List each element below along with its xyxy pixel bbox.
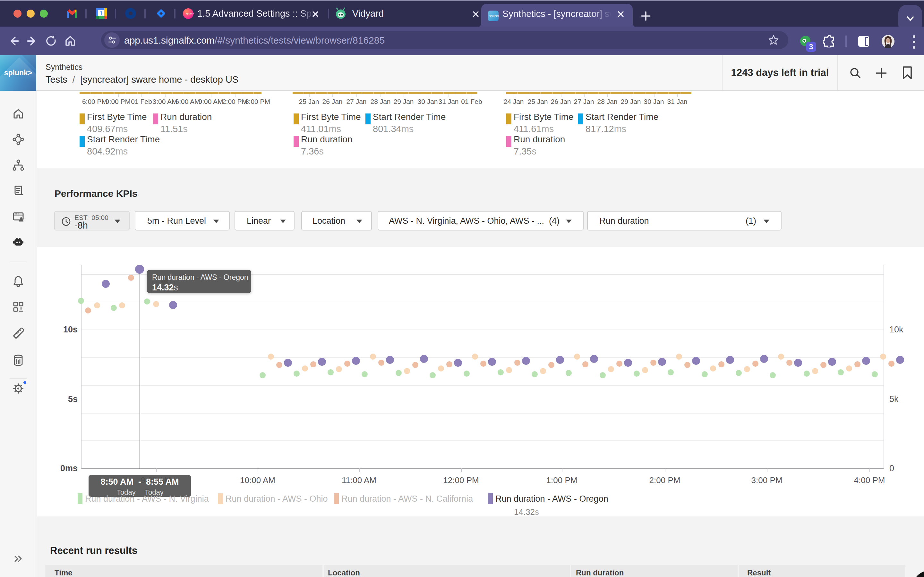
svg-text:1: 1 [99,10,103,17]
